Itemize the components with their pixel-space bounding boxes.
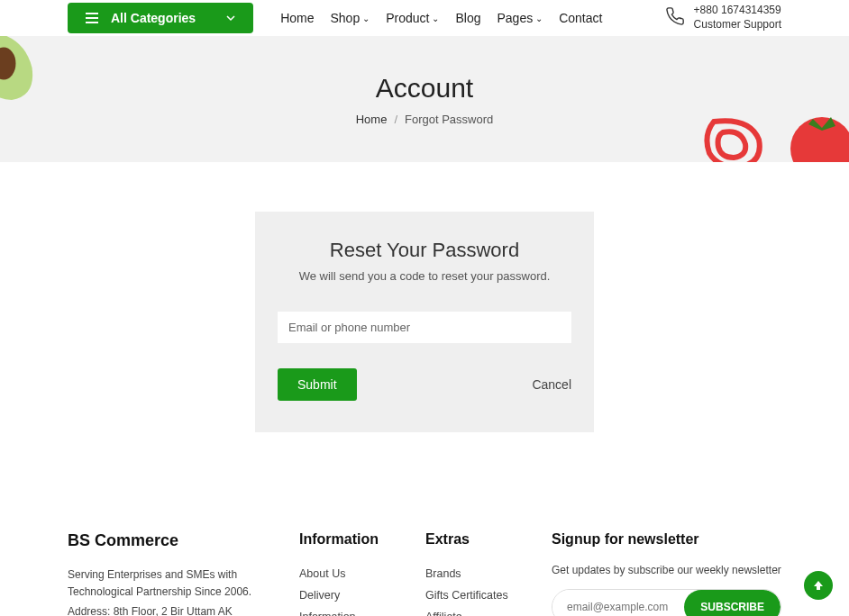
categories-label: All Categories (111, 11, 196, 25)
subscribe-button[interactable]: SUBSCRIBE (684, 590, 781, 616)
chevron-down-icon: ⌄ (362, 14, 370, 23)
nav-shop[interactable]: Shop⌄ (331, 11, 370, 25)
support-phone: +880 1674314359 (694, 4, 781, 18)
nav-links: Home Shop⌄ Product⌄ Blog Pages⌄ Contact (280, 11, 602, 25)
page-title: Account (376, 73, 473, 104)
pepper-image (696, 113, 768, 162)
arrow-up-icon (812, 579, 825, 592)
footer-extras: Extras Brands Gifts Certificates Affilia… (425, 531, 525, 616)
footer-link[interactable]: Affiliate (425, 607, 525, 617)
reset-card: Reset Your Password We will send you a c… (255, 212, 594, 432)
breadcrumb-home[interactable]: Home (356, 113, 388, 126)
footer-newsletter: Signup for newsletter Get updates by sub… (552, 531, 781, 616)
footer-link[interactable]: Gifts Certificates (425, 585, 525, 607)
reset-subtitle: We will send you a code to reset your pa… (278, 269, 571, 283)
footer-brand: BS Commerce Serving Enterprises and SMEs… (68, 531, 272, 616)
breadcrumb: Home / Forgot Password (356, 113, 494, 126)
nav-contact[interactable]: Contact (559, 11, 602, 25)
submit-button[interactable]: Submit (278, 368, 357, 401)
nav-blog[interactable]: Blog (455, 11, 480, 25)
categories-dropdown[interactable]: All Categories (68, 3, 253, 33)
breadcrumb-current: Forgot Password (405, 113, 493, 126)
reset-section: Reset Your Password We will send you a c… (0, 162, 849, 513)
footer-brand-address: Address: 8th Floor, 2 Bir Uttam AK Khand… (68, 603, 272, 616)
email-phone-input[interactable] (278, 312, 571, 343)
newsletter-desc: Get updates by subscribe our weekly news… (552, 564, 781, 576)
nav-product[interactable]: Product⌄ (386, 11, 439, 25)
nav-home[interactable]: Home (280, 11, 314, 25)
footer-link[interactable]: Delivery Information (299, 585, 398, 616)
footer-brand-title: BS Commerce (68, 531, 272, 550)
phone-icon (665, 6, 685, 31)
tomato-image (786, 108, 849, 162)
chevron-down-icon: ⌄ (535, 14, 543, 23)
nav-pages[interactable]: Pages⌄ (497, 11, 543, 25)
support-info: +880 1674314359 Customer Support (665, 4, 781, 32)
avocado-image (0, 36, 50, 108)
newsletter-form: SUBSCRIBE (552, 589, 781, 616)
footer-information: Information About Us Delivery Informatio… (299, 531, 398, 616)
footer: BS Commerce Serving Enterprises and SMEs… (0, 513, 849, 616)
scroll-top-button[interactable] (804, 571, 833, 600)
hamburger-icon (86, 13, 98, 23)
chevron-down-icon (226, 11, 235, 25)
footer-extras-title: Extras (425, 531, 525, 548)
cancel-link[interactable]: Cancel (532, 377, 571, 392)
newsletter-email-input[interactable] (552, 590, 684, 616)
svg-point-1 (790, 117, 849, 162)
page-banner: Account Home / Forgot Password (0, 36, 849, 162)
footer-link[interactable]: About Us (299, 564, 398, 585)
breadcrumb-separator: / (394, 113, 397, 126)
reset-title: Reset Your Password (278, 239, 571, 262)
support-label: Customer Support (694, 18, 781, 32)
footer-brand-desc: Serving Enterprises and SMEs with Techno… (68, 566, 272, 601)
footer-information-title: Information (299, 531, 398, 548)
footer-link[interactable]: Brands (425, 564, 525, 585)
main-nav: All Categories Home Shop⌄ Product⌄ Blog … (0, 0, 849, 36)
chevron-down-icon: ⌄ (432, 14, 439, 23)
newsletter-title: Signup for newsletter (552, 531, 781, 548)
